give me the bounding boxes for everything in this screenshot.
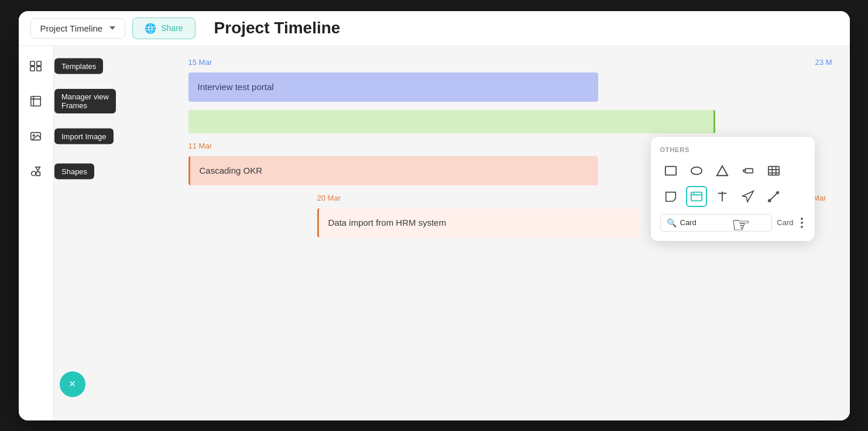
svg-line-28 xyxy=(769,192,778,201)
date-row-1: 15 Mar 23 M xyxy=(71,58,832,67)
bar-okr-label: Cascading OKR xyxy=(200,165,263,175)
main-area: Templates Manager view Frames xyxy=(19,46,850,420)
doc-selector-label: Project Timeline xyxy=(40,23,103,33)
more-button[interactable] xyxy=(798,215,805,230)
bar-hrm[interactable]: Data import from HRM system xyxy=(317,208,639,237)
svg-rect-0 xyxy=(30,61,35,65)
search-icon: 🔍 xyxy=(667,218,677,227)
search-input-wrapper: 🔍 xyxy=(660,214,773,232)
svg-marker-27 xyxy=(742,191,753,201)
bar-interview-label: Interview test portal xyxy=(198,82,274,92)
bar-interview[interactable]: Interview test portal xyxy=(188,73,598,102)
bar-hrm-label: Data import from HRM system xyxy=(328,218,447,227)
shape-search-input[interactable] xyxy=(680,218,766,227)
shape-rectangle[interactable] xyxy=(660,160,681,181)
date-end-1: 23 M xyxy=(510,58,832,67)
shape-connector[interactable] xyxy=(763,186,784,207)
shape-table[interactable] xyxy=(763,160,784,181)
sidebar-item-templates[interactable]: Templates xyxy=(25,56,46,77)
svg-rect-11 xyxy=(36,171,40,175)
date-start-2: 11 Mar xyxy=(188,142,212,150)
svg-point-13 xyxy=(691,167,701,174)
sidebar-item-import-image[interactable]: Import Image xyxy=(25,126,46,147)
bar-green[interactable] xyxy=(188,110,715,133)
close-button[interactable]: × xyxy=(60,371,85,397)
bar-container-1: Interview test portal xyxy=(71,73,832,102)
close-icon: × xyxy=(69,378,76,389)
shape-label[interactable] xyxy=(737,160,759,181)
more-dot-2 xyxy=(801,222,803,224)
svg-point-9 xyxy=(32,171,36,175)
shape-ellipse[interactable] xyxy=(686,160,707,181)
svg-rect-17 xyxy=(768,166,778,175)
svg-marker-14 xyxy=(716,165,727,175)
shape-arrow[interactable] xyxy=(737,186,759,207)
globe-icon: 🌐 xyxy=(145,23,156,34)
shape-picker-section-title: OTHERS xyxy=(660,146,805,153)
share-button[interactable]: 🌐 Share xyxy=(132,18,195,39)
shape-card[interactable] xyxy=(686,186,707,207)
shape-triangle[interactable] xyxy=(712,160,733,181)
share-label: Share xyxy=(161,23,183,33)
doc-selector[interactable]: Project Timeline xyxy=(30,18,126,39)
date-start-1: 15 Mar xyxy=(188,58,510,67)
header: Project Timeline 🌐 Share Project Timelin… xyxy=(19,11,850,46)
app-container: Project Timeline 🌐 Share Project Timelin… xyxy=(19,11,850,420)
card-badge: Card xyxy=(777,218,793,227)
more-dot-1 xyxy=(801,218,803,220)
more-dot-3 xyxy=(801,226,803,228)
svg-rect-12 xyxy=(665,166,675,175)
shape-note[interactable] xyxy=(660,186,681,207)
search-row: 🔍 Card xyxy=(660,214,805,232)
shapes-grid xyxy=(660,160,805,207)
svg-rect-16 xyxy=(745,168,753,173)
sidebar-item-frames[interactable]: Manager view Frames xyxy=(25,91,46,112)
bar-container-green xyxy=(71,110,832,133)
page-title: Project Timeline xyxy=(214,19,341,37)
svg-rect-22 xyxy=(691,192,701,201)
svg-marker-10 xyxy=(36,167,40,170)
chevron-down-icon xyxy=(109,26,115,30)
bar-okr[interactable]: Cascading OKR xyxy=(188,156,598,185)
svg-rect-4 xyxy=(31,96,41,106)
shape-text[interactable] xyxy=(712,186,733,207)
svg-point-8 xyxy=(33,135,35,136)
left-sidebar: Templates Manager view Frames xyxy=(19,46,54,420)
canvas-area: 15 Mar 23 M Interview test portal 11 Mar xyxy=(54,46,850,420)
shape-picker-popup: OTHERS xyxy=(651,137,815,241)
date-start-3: 20 Mar xyxy=(317,194,341,202)
sidebar-item-shapes[interactable]: Shapes xyxy=(25,161,46,182)
svg-rect-3 xyxy=(37,66,41,70)
svg-rect-1 xyxy=(37,61,41,65)
svg-rect-2 xyxy=(30,66,35,70)
